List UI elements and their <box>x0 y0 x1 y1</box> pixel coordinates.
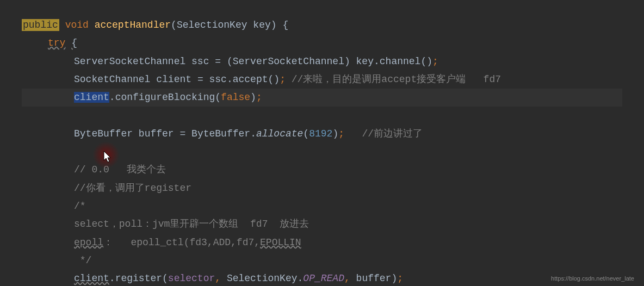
comment: //你看，调用了register <box>74 183 191 194</box>
comment: //来啦，目的是调用accept接受客户端 fd7 <box>292 74 501 85</box>
cast-type: ServerSocketChannel <box>233 56 344 67</box>
static-field: OP_READ <box>303 273 344 284</box>
comment: // 0.0 我类个去 <box>74 164 166 175</box>
code-line-12[interactable]: select，poll：jvm里开辟一个数组 fd7 放进去 <box>22 215 622 233</box>
code-line-13[interactable]: epoll： epoll_ctl(fd3,ADD,fd7,EPOLLIN <box>22 234 622 252</box>
semicolon: ; <box>338 128 344 139</box>
equals: = <box>179 128 185 139</box>
code-line-1[interactable]: public void acceptHandler(SelectionKey k… <box>22 16 622 34</box>
paren: ) <box>391 273 397 284</box>
var-name: buffer <box>139 128 174 139</box>
brace: { <box>71 38 77 48</box>
type-name: ByteBuffer <box>191 128 250 139</box>
obj-ref: ssc <box>209 74 227 85</box>
code-line-2[interactable]: try { <box>22 34 622 52</box>
comment: epoll <box>74 237 103 248</box>
dot: . <box>109 92 115 103</box>
code-line-7[interactable]: ByteBuffer buffer = ByteBuffer.allocate(… <box>22 125 622 143</box>
var-name: client <box>156 74 191 85</box>
code-line-15[interactable]: client.register(selector, SelectionKey.O… <box>22 270 622 286</box>
paren: () <box>268 74 280 85</box>
brace: { <box>282 20 288 30</box>
paren: ( <box>215 92 221 103</box>
watermark: https://blog.csdn.net/never_late <box>551 275 634 282</box>
semicolon: ; <box>280 74 286 85</box>
semicolon: ; <box>256 92 262 103</box>
keyword-void: void <box>65 20 89 30</box>
comment: /* <box>74 201 86 212</box>
paren: ( <box>171 20 177 30</box>
paren: ) <box>332 128 338 139</box>
comment: select，poll：jvm里开辟一个数组 fd7 放进去 <box>74 219 309 229</box>
code-line-4[interactable]: SocketChannel client = ssc.accept(); //来… <box>22 71 622 89</box>
equals: = <box>215 56 221 67</box>
code-line-14[interactable]: */ <box>22 252 622 270</box>
equals: = <box>197 74 203 85</box>
type-name: ServerSocketChannel <box>74 56 185 67</box>
code-line-blank[interactable] <box>22 143 622 161</box>
code-line-blank[interactable] <box>22 107 622 125</box>
obj-ref: key <box>356 56 374 67</box>
arg-buffer: buffer <box>356 273 392 284</box>
method-call: channel <box>380 56 421 67</box>
paren: ) <box>271 20 277 30</box>
paren: ) <box>344 56 350 67</box>
code-line-11[interactable]: /* <box>22 197 622 215</box>
code-line-10[interactable]: //你看，调用了register <box>22 179 622 197</box>
code-editor[interactable]: public void acceptHandler(SelectionKey k… <box>0 0 644 286</box>
method-call: configureBlocking <box>115 92 215 103</box>
type-name: SelectionKey <box>227 273 298 284</box>
comma: , <box>344 273 350 284</box>
dot: . <box>227 74 233 85</box>
number-literal: 8192 <box>309 128 332 139</box>
dot: . <box>250 128 256 139</box>
comment: //前边讲过了 <box>362 128 423 139</box>
keyword-public: public <box>22 19 59 31</box>
method-call: accept <box>233 74 268 85</box>
dot: . <box>298 273 304 284</box>
comment: ： epoll_ctl(fd3,ADD,fd7, <box>103 237 260 248</box>
keyword-false: false <box>221 92 250 103</box>
paren: () <box>420 56 432 67</box>
code-line-9[interactable]: // 0.0 我类个去 <box>22 161 622 179</box>
paren: ) <box>250 92 256 103</box>
method-name: acceptHandler <box>95 20 171 30</box>
type-name: ByteBuffer <box>74 128 133 139</box>
selected-var: client <box>74 92 109 103</box>
paren: ( <box>162 273 168 284</box>
comment: */ <box>74 255 91 266</box>
dot: . <box>374 56 380 67</box>
method-call: register <box>115 273 162 284</box>
comment: EPOLLIN <box>260 237 301 248</box>
method-call-static: allocate <box>256 128 303 139</box>
obj-ref: client <box>74 273 109 284</box>
arg-selector: selector <box>168 273 215 284</box>
code-line-3[interactable]: ServerSocketChannel ssc = (ServerSocketC… <box>22 53 622 71</box>
semicolon: ; <box>432 56 438 67</box>
paren: ( <box>227 56 233 67</box>
var-name: ssc <box>191 56 209 67</box>
comma: , <box>215 273 221 284</box>
paren: ( <box>303 128 309 139</box>
dot: . <box>109 273 115 284</box>
code-line-5[interactable]: client.configureBlocking(false); <box>22 89 622 107</box>
keyword-try: try <box>48 38 65 48</box>
param-name: key <box>253 20 270 30</box>
semicolon: ; <box>397 273 403 284</box>
type-name: SocketChannel <box>74 74 150 85</box>
param-type: SelectionKey <box>177 20 247 30</box>
